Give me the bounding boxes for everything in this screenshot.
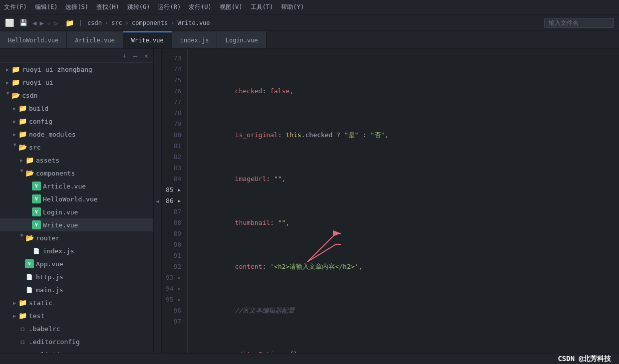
- sidebar-item-helloworld-vue[interactable]: ▶ V HelloWorld.vue: [0, 192, 153, 205]
- menu-help[interactable]: 帮助(Y): [281, 3, 304, 11]
- sidebar-add-icon[interactable]: +: [120, 52, 128, 60]
- expand-arrow-icon: ▶: [18, 157, 25, 164]
- tab-write[interactable]: Write.vue: [123, 31, 172, 48]
- menu-tools[interactable]: 工具(T): [251, 3, 274, 11]
- sidebar-item-babelrc[interactable]: ▶ □ .babelrc: [0, 322, 153, 335]
- path-bar: ⬜ 💾 ◀ ▶ ☆ ▷ 📁 | csdn › src › components …: [0, 15, 619, 31]
- status-bar: CSDN @北芳科技: [0, 353, 619, 364]
- sidebar-item-config[interactable]: ▶ 📁 config: [0, 115, 153, 128]
- sidebar-item-app-vue[interactable]: ▶ V App.vue: [0, 257, 153, 270]
- sidebar-item-main-js[interactable]: ▶ 📄 main.js: [0, 283, 153, 296]
- folder-icon[interactable]: 📁: [65, 19, 74, 27]
- forward-icon[interactable]: ▶: [39, 19, 43, 27]
- menu-file[interactable]: 文件(F): [4, 3, 27, 11]
- path-src[interactable]: src: [111, 19, 122, 26]
- sidebar-item-static[interactable]: ▶ 📁 static: [0, 296, 153, 309]
- code-content[interactable]: checked: false, is_original: this.checke…: [188, 49, 619, 353]
- expand-arrow-icon: ▶: [4, 66, 11, 73]
- sidebar-item-build[interactable]: ▶ 📁 build: [0, 102, 153, 115]
- folder-icon: 📁: [18, 117, 27, 126]
- menu-find[interactable]: 查找(H): [96, 3, 119, 11]
- vue-file-icon: V: [32, 182, 41, 190]
- menu-edit[interactable]: 编辑(E): [35, 3, 58, 11]
- path-components[interactable]: components: [132, 19, 168, 26]
- folder-icon: 📁: [18, 104, 27, 113]
- folder-icon: 📁: [11, 78, 20, 87]
- js-file-icon: 📄: [25, 272, 34, 281]
- sidebar-item-router[interactable]: ▶ 📂 router: [0, 231, 153, 244]
- expand-arrow-icon: ▶: [11, 144, 18, 151]
- sidebar-item-test[interactable]: ▶ 📁 test: [0, 309, 153, 322]
- sidebar-item-assets[interactable]: ▶ 📁 assets: [0, 154, 153, 167]
- line-numbers: 73 74 75 76 77 78 79 80 81 82 83 84 85 ▸…: [162, 49, 188, 353]
- folder-icon: 📁: [18, 298, 27, 307]
- menu-goto[interactable]: 跳转(G): [127, 3, 150, 11]
- tab-helloworld[interactable]: HelloWorld.vue: [0, 31, 67, 48]
- code-line-79: editorOption: {},: [196, 349, 619, 353]
- expand-arrow-icon: ▶: [4, 79, 11, 86]
- path-sep-1: ›: [105, 19, 108, 26]
- sidebar-item-eslintignore[interactable]: ▶ □ .eslintignore: [0, 348, 153, 353]
- sidebar-collapse-icon[interactable]: —: [131, 52, 139, 60]
- expand-arrow-icon: ▶: [11, 312, 18, 319]
- sidebar-item-editorconfig[interactable]: ▶ □ .editorconfig: [0, 335, 153, 348]
- sidebar-item-ruoyi-ui-zhongbang[interactable]: ▶ 📁 ruoyi-ui-zhongbang: [0, 63, 153, 76]
- collapse-sidebar-button[interactable]: ◀: [154, 49, 162, 353]
- expand-arrow-icon: ▶: [11, 131, 18, 138]
- star-icon[interactable]: ☆: [47, 19, 51, 27]
- sidebar: + — × ▶ 📁 ruoyi-ui-zhongbang ▶ 📁 ruoyi-u…: [0, 49, 154, 353]
- code-line-74: is_original: this.checked ? "是" : "否",: [196, 130, 619, 141]
- vue-file-icon: V: [32, 207, 41, 216]
- sidebar-item-node-modules[interactable]: ▶ 📁 node_modules: [0, 128, 153, 141]
- code-editor[interactable]: 73 74 75 76 77 78 79 80 81 82 83 84 85 ▸…: [162, 49, 619, 353]
- menu-view[interactable]: 视图(V): [220, 3, 243, 11]
- menu-publish[interactable]: 发行(U): [189, 3, 212, 11]
- menu-run[interactable]: 运行(R): [158, 3, 181, 11]
- path-csdn[interactable]: csdn: [87, 19, 102, 26]
- sidebar-close-icon[interactable]: ×: [142, 52, 150, 60]
- editor-area: ◀ 73 74 75 76 77 78 79 80 81 82 83 84 85…: [154, 49, 619, 353]
- code-line-78: //富文本编辑器配置: [196, 305, 619, 316]
- sidebar-item-write-vue[interactable]: ▶ V Write.vue: [0, 218, 153, 231]
- path-file[interactable]: Write.vue: [178, 19, 210, 26]
- main-area: + — × ▶ 📁 ruoyi-ui-zhongbang ▶ 📁 ruoyi-u…: [0, 49, 619, 353]
- menu-select[interactable]: 选择(S): [65, 3, 88, 11]
- expand-arrow-icon: ▶: [4, 92, 11, 99]
- folder-icon: 📂: [11, 91, 20, 100]
- code-line-76: thumbnail: "",: [196, 217, 619, 228]
- path-sep-3: ›: [171, 19, 174, 26]
- tabs-bar: HelloWorld.vue Article.vue Write.vue ind…: [0, 31, 619, 49]
- tab-article[interactable]: Article.vue: [67, 31, 123, 48]
- save-icon[interactable]: 💾: [19, 19, 27, 26]
- sidebar-item-csdn[interactable]: ▶ 📂 csdn: [0, 89, 153, 102]
- back-icon[interactable]: ◀: [32, 19, 36, 27]
- sidebar-item-article-vue[interactable]: ▶ V Article.vue: [0, 180, 153, 192]
- menu-bar: 文件(F) 编辑(E) 选择(S) 查找(H) 跳转(G) 运行(R) 发行(U…: [0, 0, 619, 15]
- js-file-icon: 📄: [32, 246, 41, 255]
- sidebar-item-http-js[interactable]: ▶ 📄 http.js: [0, 270, 153, 283]
- folder-icon: 📁: [25, 156, 34, 165]
- play-icon[interactable]: ▷: [54, 19, 58, 27]
- folder-icon: 📁: [18, 130, 27, 139]
- folder-icon: 📂: [25, 169, 34, 178]
- sidebar-item-login-vue[interactable]: ▶ V Login.vue: [0, 205, 153, 218]
- expand-arrow-icon: ▶: [11, 299, 18, 306]
- file-search-input[interactable]: [544, 18, 614, 28]
- sidebar-item-index-js[interactable]: ▶ 📄 index.js: [0, 244, 153, 257]
- tab-login[interactable]: Login.vue: [217, 31, 266, 48]
- folder-icon: 📁: [11, 65, 20, 74]
- config-file-icon: □: [18, 324, 27, 333]
- tab-indexjs[interactable]: index.js: [172, 31, 218, 48]
- folder-icon: 📂: [18, 143, 27, 152]
- expand-arrow-icon: ▶: [18, 234, 25, 241]
- sidebar-item-src[interactable]: ▶ 📂 src: [0, 141, 153, 154]
- sidebar-item-ruoyi-ui[interactable]: ▶ 📁 ruoyi-ui: [0, 76, 153, 89]
- expand-arrow-icon: ▶: [11, 118, 18, 125]
- config-file-icon: □: [18, 337, 27, 346]
- js-file-icon: 📄: [25, 285, 34, 294]
- expand-arrow-icon: ▶: [11, 105, 18, 112]
- new-file-icon[interactable]: ⬜: [5, 18, 14, 27]
- vue-file-icon: V: [32, 194, 41, 203]
- sidebar-item-components[interactable]: ▶ 📂 components: [0, 167, 153, 180]
- code-line-75: imageUrl: "",: [196, 174, 619, 184]
